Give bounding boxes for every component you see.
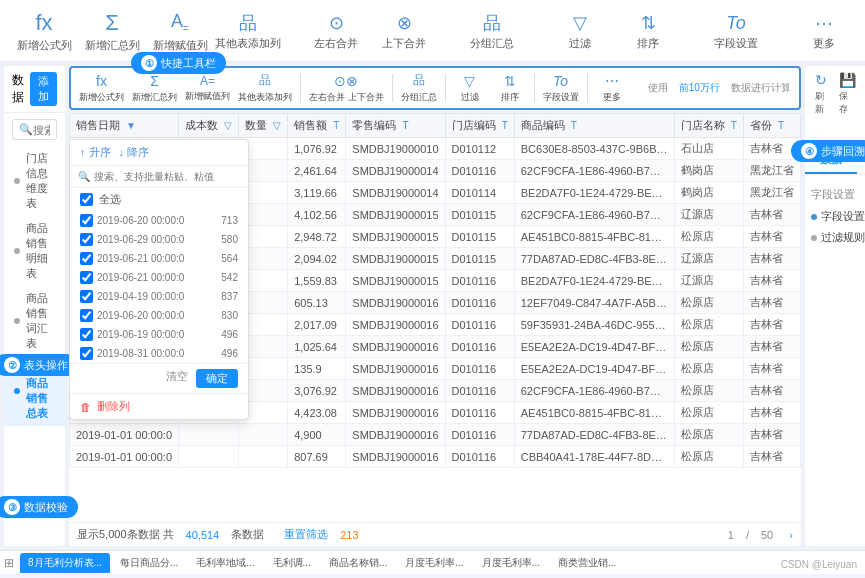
sidebar-item-product-sales[interactable]: 商品销售明细表 — [4, 216, 65, 286]
sort-asc-icon[interactable]: ↑ 升序 — [80, 145, 111, 160]
filter-check-4[interactable] — [80, 271, 93, 284]
filter-search-input[interactable] — [94, 171, 240, 182]
search-input[interactable] — [33, 124, 50, 136]
th-province[interactable]: 省份 T — [743, 114, 800, 138]
cell-province: 吉林省 — [743, 380, 800, 402]
th-store-code[interactable]: 门店编码 T — [445, 114, 514, 138]
cell-amount: 2,094.02 — [288, 248, 346, 270]
more-icon: ⋯ — [815, 14, 833, 32]
left-panel: 数据 添加 🔍 门店信息维度表 商品销售明细表 商品销售词汇表 集团商品销售总表… — [4, 66, 65, 546]
bottom-tab-6[interactable]: 月度毛利率... — [474, 553, 548, 573]
cell-code3: 62CF9CFA-1E86-4960-B7CA-F077A8BBD5 — [514, 380, 674, 402]
filter-checkbox-all[interactable] — [80, 193, 93, 206]
filter-check-7[interactable] — [80, 328, 93, 341]
bottom-tab-2[interactable]: 毛利率地域... — [188, 553, 262, 573]
toolbar-sum[interactable]: Σ 新增汇总列 — [88, 12, 136, 53]
filter-clear-button[interactable]: 清空 — [166, 369, 188, 388]
toolbar-group[interactable]: 品 分组汇总 — [468, 14, 516, 51]
annotation-num: ③ — [4, 499, 20, 515]
left-panel-title: 数据 — [12, 72, 24, 106]
inner-sum-label: 新增汇总列 — [132, 91, 177, 104]
toolbar-merge-lr[interactable]: ⊙ 左右合并 — [312, 14, 360, 51]
delete-column-button[interactable]: 🗑 删除列 — [70, 393, 248, 419]
sidebar-item-store-info[interactable]: 门店信息维度表 — [4, 146, 65, 216]
inner-filter-icon: ▽ — [464, 73, 475, 89]
toolbar-formula[interactable]: fx 新增公式列 — [20, 12, 68, 53]
cell-store: 松原店 — [674, 446, 743, 468]
th-qty[interactable]: 数量 ▽ — [239, 114, 288, 138]
inner-other[interactable]: 品 其他表添加列 — [238, 72, 292, 104]
right-panel-top: ↻ 刷新 💾 保存 ≡ ⏏ 退出预览 — [805, 66, 865, 147]
toolbar-other[interactable]: 品 其他表添加列 — [224, 14, 272, 51]
cell-code2: D010112 — [445, 138, 514, 160]
filter-check-3[interactable] — [80, 252, 93, 265]
sort-desc-icon[interactable]: ↓ 降序 — [119, 145, 150, 160]
inner-sort[interactable]: ⇅ 排序 — [494, 73, 526, 104]
toolbar-sum-label: 新增汇总列 — [85, 38, 140, 53]
filter-label-all: 全选 — [99, 192, 121, 207]
filter-check-1[interactable] — [80, 214, 93, 227]
field-item-filter[interactable]: 过滤规则 — [811, 227, 865, 248]
cell-code2: D010116 — [445, 314, 514, 336]
inner-fill[interactable]: A= 新增赋值列 — [185, 74, 230, 103]
inner-divider-1 — [300, 74, 301, 102]
pagination-next[interactable]: › — [789, 529, 793, 541]
refresh-button[interactable]: ↻ 刷新 — [811, 70, 831, 142]
cell-amount: 1,025.64 — [288, 336, 346, 358]
filter-check-5[interactable] — [80, 290, 93, 303]
bottom-tab-4[interactable]: 商品名称销... — [321, 553, 395, 573]
bottom-tab-1[interactable]: 每日商品分... — [112, 553, 186, 573]
bottom-tab-3[interactable]: 毛利调... — [265, 553, 319, 573]
refresh-label: 刷新 — [815, 90, 827, 116]
footer-clear[interactable]: 重置筛选 — [284, 527, 328, 542]
sum-icon: Σ — [105, 12, 119, 34]
top-toolbar: fx 新增公式列 Σ 新增汇总列 A= 新增赋值列 品 其他表添加列 ⊙ 左右合… — [0, 0, 865, 62]
cell-code3: 62CF9CFA-1E86-4960-B7CA-F077A8BBD5 — [514, 160, 674, 182]
toolbar-fill[interactable]: A= 新增赋值列 — [156, 12, 204, 53]
inner-filter[interactable]: ▽ 过滤 — [454, 73, 486, 104]
cell-code1: SMDBJ19000014 — [346, 160, 445, 182]
filter-date-label-2: 2019-06-29 00:00:0 — [97, 234, 184, 245]
inner-merge-lr[interactable]: ⊙⊗ 左右合并 上下合并 — [309, 73, 384, 104]
cell-amount: 2,461.64 — [288, 160, 346, 182]
pagination-page: 1 — [728, 529, 734, 541]
inner-formula[interactable]: fx 新增公式列 — [79, 73, 124, 104]
cell-code3: 77DA87AD-ED8C-4FB3-8E04-E9EA7DD96 — [514, 248, 674, 270]
sidebar-item-product-keyword[interactable]: 商品销售词汇表 — [4, 286, 65, 356]
th-sale-date[interactable]: 销售日期 ▼ — [70, 114, 179, 138]
th-product-code[interactable]: 商品编码 T — [514, 114, 674, 138]
th-store-name[interactable]: 门店名称 T — [674, 114, 743, 138]
filter-check-2[interactable] — [80, 233, 93, 246]
cell-store: 鹤岗店 — [674, 182, 743, 204]
inner-fill-label: 新增赋值列 — [185, 90, 230, 103]
inner-group[interactable]: 品 分组汇总 — [401, 72, 437, 104]
toolbar-more[interactable]: ⋯ 更多 — [800, 14, 848, 51]
toolbar-sort[interactable]: ⇅ 排序 — [624, 14, 672, 51]
toolbar-field[interactable]: To 字段设置 — [712, 14, 760, 51]
cell-amount: 4,423.08 — [288, 402, 346, 424]
bottom-tab-0[interactable]: 8月毛利分析表... — [20, 553, 110, 573]
th-cost[interactable]: 成本数 ▽ — [179, 114, 239, 138]
nav-dot — [14, 318, 20, 324]
inner-sum[interactable]: Σ 新增汇总列 — [132, 73, 177, 104]
th-amount[interactable]: 销售额 T — [288, 114, 346, 138]
bottom-tab-5[interactable]: 月度毛利率... — [397, 553, 471, 573]
filter-option-all[interactable]: 全选 — [70, 188, 248, 211]
filter-check-8[interactable] — [80, 347, 93, 360]
inner-more[interactable]: ⋯ 更多 — [596, 73, 628, 104]
cell-store: 松原店 — [674, 336, 743, 358]
cell-store: 辽源店 — [674, 204, 743, 226]
filter-ok-button[interactable]: 确定 — [196, 369, 238, 388]
bottom-tab-7[interactable]: 商类营业销... — [550, 553, 624, 573]
cell-province: 吉林省 — [743, 226, 800, 248]
filter-check-6[interactable] — [80, 309, 93, 322]
toolbar-filter[interactable]: ▽ 过滤 — [556, 14, 604, 51]
toolbar-merge-tb[interactable]: ⊗ 上下合并 — [380, 14, 428, 51]
th-category[interactable]: 零售编码 T — [346, 114, 445, 138]
inner-field[interactable]: To 字段设置 — [543, 73, 579, 104]
add-data-button[interactable]: 添加 — [30, 72, 57, 106]
merge-lr-icon: ⊙ — [329, 14, 344, 32]
th-filter-icon4: T — [402, 120, 408, 131]
save-button[interactable]: 💾 保存 — [835, 70, 860, 142]
field-item-setting[interactable]: 字段设置 — [811, 206, 865, 227]
